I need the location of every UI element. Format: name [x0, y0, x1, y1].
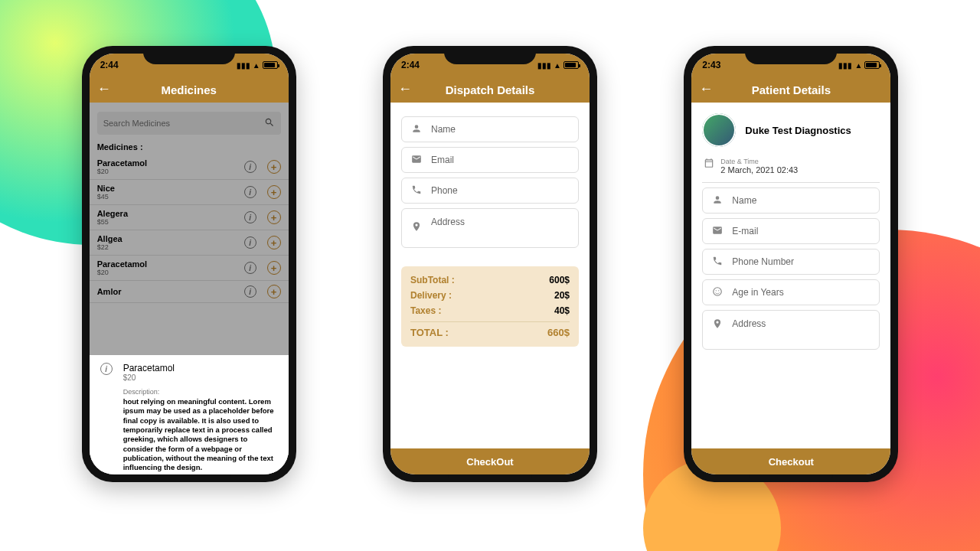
battery-icon [263, 61, 278, 69]
checkout-button[interactable]: Checkout [691, 448, 890, 474]
sheet-medicine-name: Paracetamol [123, 363, 175, 373]
phone-icon [410, 184, 423, 197]
datetime-value: 2 March, 2021 02:43 [720, 165, 798, 174]
description-label: Description: [123, 388, 278, 396]
back-button[interactable]: ← [398, 81, 412, 97]
home-indicator [147, 474, 231, 478]
description-text: hout relying on meaningful content. Lore… [123, 397, 278, 473]
field-label: Address [431, 217, 465, 227]
home-indicator [749, 474, 833, 478]
info-icon: i [100, 363, 113, 375]
phone-mockup-dispatch: 2:44 ▮▮▮ ▲ ← Dispatch Details Name [383, 46, 597, 482]
phone-mockup-medicines: 2:44 ▮▮▮ ▲ ← Medicines Search Medicines [82, 46, 296, 482]
email-field[interactable]: E-mail [702, 218, 880, 244]
field-label: Phone Number [732, 256, 794, 267]
phone-notch [444, 46, 536, 64]
wifi-icon: ▲ [253, 61, 260, 70]
home-indicator [448, 474, 532, 478]
totals-panel: SubTotal :600$ Delivery :20$ Taxes :40$ … [401, 266, 579, 347]
medicine-detail-sheet: i Paracetamol $20 Description: hout rely… [90, 355, 289, 474]
status-time: 2:43 [702, 60, 720, 70]
divider [702, 182, 880, 183]
wifi-icon: ▲ [554, 61, 561, 70]
avatar [702, 113, 736, 147]
field-label: Name [732, 195, 756, 206]
svg-point-0 [714, 287, 722, 295]
person-icon [410, 123, 423, 136]
name-field[interactable]: Name [702, 187, 880, 214]
field-label: E-mail [732, 226, 758, 236]
clinic-name: Duke Test Diagnostics [745, 125, 851, 136]
phone-mockup-patient: 2:43 ▮▮▮ ▲ ← Patient Details Duke Test D… [684, 46, 898, 482]
person-icon [710, 194, 724, 207]
location-icon [710, 318, 724, 331]
phone-icon [710, 256, 724, 269]
smile-icon [710, 286, 724, 299]
signal-icon: ▮▮▮ [537, 61, 551, 70]
location-icon [410, 221, 423, 234]
svg-point-1 [716, 290, 717, 291]
email-field[interactable]: Email [401, 147, 579, 173]
phone-field[interactable]: Phone [401, 178, 579, 204]
checkout-button[interactable]: CheckOut [390, 448, 590, 474]
phone-notch [143, 46, 235, 64]
back-button[interactable]: ← [97, 81, 111, 97]
calendar-icon [704, 158, 714, 171]
back-button[interactable]: ← [699, 81, 713, 97]
battery-icon [864, 61, 880, 69]
status-time: 2:44 [100, 60, 119, 70]
phone-notch [745, 46, 837, 64]
field-label: Phone [431, 185, 458, 196]
screen-header: ← Medicines [90, 77, 289, 103]
age-field[interactable]: Age in Years [702, 279, 880, 305]
mail-icon [410, 154, 423, 167]
battery-icon [564, 61, 579, 69]
field-label: Name [431, 124, 456, 135]
field-label: Address [732, 318, 766, 329]
mail-icon [710, 225, 724, 238]
field-label: Age in Years [732, 287, 783, 298]
signal-icon: ▮▮▮ [237, 61, 250, 70]
sheet-medicine-price: $20 [123, 373, 175, 382]
status-time: 2:44 [401, 60, 420, 70]
screen-title: Dispatch Details [446, 83, 535, 96]
address-field[interactable]: Address [401, 208, 579, 248]
datetime-row: Date & Time 2 March, 2021 02:43 [691, 158, 890, 179]
clinic-row: Duke Test Diagnostics [691, 103, 890, 158]
signal-icon: ▮▮▮ [838, 61, 852, 70]
screen-header: ← Dispatch Details [390, 77, 590, 103]
wifi-icon: ▲ [854, 61, 862, 70]
name-field[interactable]: Name [401, 116, 579, 142]
field-label: Email [431, 155, 454, 165]
datetime-label: Date & Time [720, 158, 798, 165]
screen-header: ← Patient Details [691, 77, 890, 103]
screen-title: Patient Details [752, 83, 831, 96]
screen-title: Medicines [161, 83, 217, 96]
address-field[interactable]: Address [702, 310, 880, 350]
svg-point-2 [718, 290, 719, 291]
phone-field[interactable]: Phone Number [702, 249, 880, 275]
